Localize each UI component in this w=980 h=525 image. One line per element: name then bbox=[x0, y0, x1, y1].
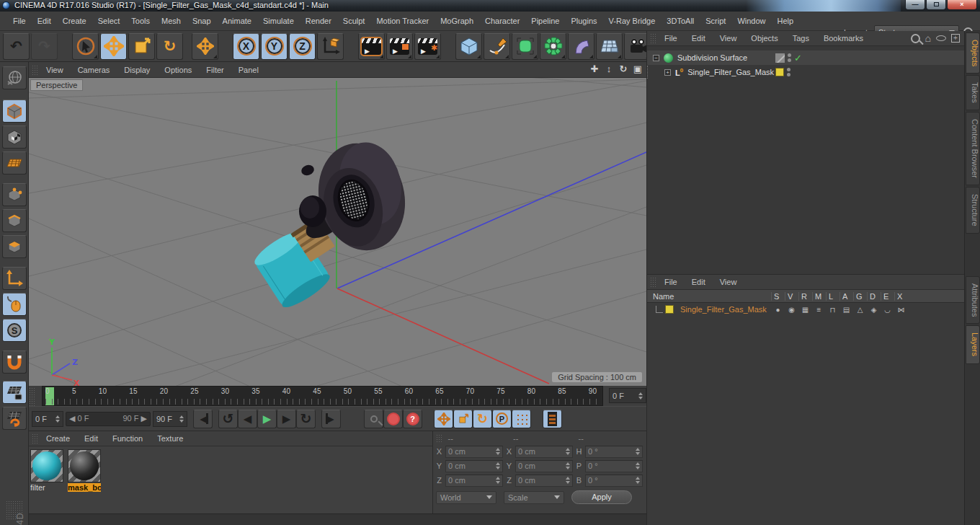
enable-axis-button[interactable] bbox=[2, 267, 27, 290]
key-position-button[interactable] bbox=[434, 410, 453, 428]
gas-mask-model[interactable] bbox=[251, 134, 416, 312]
spinner-arrows-icon[interactable] bbox=[566, 448, 570, 455]
pos-y-field[interactable]: 0 cm bbox=[445, 460, 503, 472]
autokey-button[interactable] bbox=[364, 410, 383, 428]
solo-toggle-icon[interactable]: ● bbox=[771, 306, 785, 314]
workplane-mode-button[interactable] bbox=[2, 151, 27, 175]
scale-z-field[interactable]: 0 cm bbox=[515, 475, 573, 487]
menu-character[interactable]: Character bbox=[479, 14, 525, 28]
object-name[interactable]: Single_Filter_Gas_Mask bbox=[687, 68, 774, 76]
spinner-arrows-icon[interactable] bbox=[496, 448, 500, 455]
range-end-spinner[interactable]: 90 F bbox=[153, 411, 187, 427]
collapse-icon[interactable]: − bbox=[653, 55, 659, 61]
xref-toggle-icon[interactable]: ⋈ bbox=[894, 306, 908, 314]
render-toggle-icon[interactable]: ▦ bbox=[798, 306, 812, 314]
visibility-dots-icon[interactable] bbox=[788, 53, 791, 62]
expand-icon[interactable]: + bbox=[664, 69, 671, 76]
move-tool-button[interactable] bbox=[100, 33, 127, 60]
menu-motion-tracker[interactable]: Motion Tracker bbox=[370, 14, 435, 28]
layers-menu-file[interactable]: File bbox=[658, 276, 684, 288]
mat-menu-function[interactable]: Function bbox=[106, 433, 149, 444]
vp-menu-filter[interactable]: Filter bbox=[200, 64, 230, 76]
om-menu-edit[interactable]: Edit bbox=[685, 32, 712, 44]
menu-render[interactable]: Render bbox=[300, 14, 337, 28]
filter-eye-icon[interactable] bbox=[936, 35, 946, 41]
menu-mesh[interactable]: Mesh bbox=[156, 14, 187, 28]
menu-simulate[interactable]: Simulate bbox=[257, 14, 300, 28]
key-parameter-button[interactable]: P bbox=[492, 410, 512, 428]
tab-takes[interactable]: Takes bbox=[966, 75, 980, 110]
goto-start-button[interactable]: ◀ bbox=[193, 410, 213, 428]
material-item[interactable]: filter bbox=[30, 449, 65, 492]
play-button[interactable]: ▶ bbox=[257, 410, 277, 428]
object-row-gas-mask[interactable]: + L0 Single_Filter_Gas_Mask bbox=[647, 65, 965, 79]
layers-grip[interactable] bbox=[650, 277, 656, 287]
coord-system-dropdown[interactable]: World bbox=[436, 491, 496, 504]
timeline-window-button[interactable] bbox=[543, 410, 562, 428]
menu-sculpt[interactable]: Sculpt bbox=[337, 14, 371, 28]
deformers-toggle-icon[interactable]: ◈ bbox=[867, 306, 881, 314]
material-grip[interactable] bbox=[32, 433, 38, 444]
add-primitive-button[interactable] bbox=[455, 33, 482, 60]
range-start-spinner[interactable]: 0 F bbox=[32, 411, 63, 427]
visibility-dots-icon[interactable] bbox=[787, 68, 790, 76]
render-settings-button[interactable]: ✱ bbox=[414, 33, 441, 60]
layer-name[interactable]: Single_Filter_Gas_Mask bbox=[680, 305, 767, 314]
material-item[interactable]: mask_bo bbox=[68, 449, 102, 492]
coordinates-grip[interactable] bbox=[436, 434, 442, 443]
om-menu-objects[interactable]: Objects bbox=[744, 32, 784, 44]
layer-row[interactable]: Single_Filter_Gas_Mask ● ◉ ▦ ≡ ⊓ ▤ △ ◈ ◡… bbox=[647, 303, 964, 316]
layers-menu-edit[interactable]: Edit bbox=[685, 276, 712, 288]
add-deformer-button[interactable] bbox=[568, 33, 594, 60]
menu-tools[interactable]: Tools bbox=[125, 14, 156, 28]
menu-create[interactable]: Create bbox=[57, 14, 92, 28]
material-name[interactable]: filter bbox=[30, 483, 63, 492]
menu-mograph[interactable]: MoGraph bbox=[435, 14, 479, 28]
viewport-zoom-icon[interactable]: ↕ bbox=[603, 63, 615, 75]
goto-end-button[interactable]: ▶ bbox=[321, 410, 341, 428]
menu-window[interactable]: Window bbox=[731, 14, 771, 28]
material-thumbnail-mask[interactable] bbox=[68, 449, 101, 482]
spinner-arrows-icon[interactable] bbox=[636, 448, 640, 455]
mat-menu-edit[interactable]: Edit bbox=[78, 433, 104, 444]
enable-snap-button[interactable] bbox=[2, 350, 27, 374]
menu-script[interactable]: Script bbox=[700, 14, 731, 28]
lock-y-axis-button[interactable]: Y bbox=[261, 33, 288, 60]
om-menu-tags[interactable]: Tags bbox=[786, 32, 816, 44]
spinner-arrows-icon[interactable] bbox=[179, 415, 184, 423]
spinner-arrows-icon[interactable] bbox=[566, 462, 570, 469]
titlebar[interactable]: CINEMA 4D R17.016 Studio (R17) - [Single… bbox=[0, 0, 980, 12]
minimize-button[interactable]: — bbox=[905, 0, 925, 10]
coordinate-system-button[interactable] bbox=[317, 33, 344, 60]
rotate-tool-button[interactable]: ↻ bbox=[156, 33, 183, 60]
viewport-canvas[interactable]: Y Z X Perspective Grid Spacing : 100 cm bbox=[29, 78, 646, 386]
scale-tool-button[interactable] bbox=[128, 33, 155, 60]
viewport-toggle-icon[interactable]: ▣ bbox=[632, 63, 643, 75]
viewport-solo-button[interactable]: S bbox=[2, 319, 27, 342]
viewport-pan-icon[interactable]: ✚ bbox=[589, 63, 600, 75]
render-view-button[interactable] bbox=[358, 33, 385, 60]
coord-mode-dropdown[interactable]: Scale bbox=[504, 491, 564, 504]
add-environment-button[interactable] bbox=[596, 33, 623, 60]
vp-menu-options[interactable]: Options bbox=[158, 64, 198, 76]
material-thumbnail-filter[interactable] bbox=[30, 449, 63, 482]
current-frame-spinner[interactable]: 0 F bbox=[609, 388, 646, 403]
menu-animate[interactable]: Animate bbox=[217, 14, 257, 28]
live-selection-button[interactable] bbox=[72, 33, 99, 60]
vp-menu-view[interactable]: View bbox=[40, 64, 70, 76]
make-editable-button[interactable] bbox=[2, 66, 27, 89]
layer-color-chip[interactable] bbox=[775, 68, 784, 76]
rot-p-field[interactable]: 0 ° bbox=[585, 460, 643, 472]
record-button[interactable] bbox=[383, 410, 403, 428]
workplane-align-button[interactable] bbox=[2, 407, 27, 430]
undo-button[interactable]: ↶ bbox=[3, 33, 30, 60]
apply-button[interactable]: Apply bbox=[571, 490, 632, 504]
lock-toggle-icon[interactable]: ⊓ bbox=[826, 306, 839, 314]
rot-b-field[interactable]: 0 ° bbox=[585, 475, 643, 487]
object-row-subdivision-surface[interactable]: − Subdivision Surface ✓ bbox=[647, 50, 965, 65]
generators-toggle-icon[interactable]: △ bbox=[853, 306, 867, 314]
layers-menu-view[interactable]: View bbox=[713, 276, 744, 288]
close-button[interactable]: × bbox=[947, 0, 977, 10]
camera-label[interactable]: Perspective bbox=[30, 79, 83, 91]
mat-menu-create[interactable]: Create bbox=[40, 433, 76, 444]
